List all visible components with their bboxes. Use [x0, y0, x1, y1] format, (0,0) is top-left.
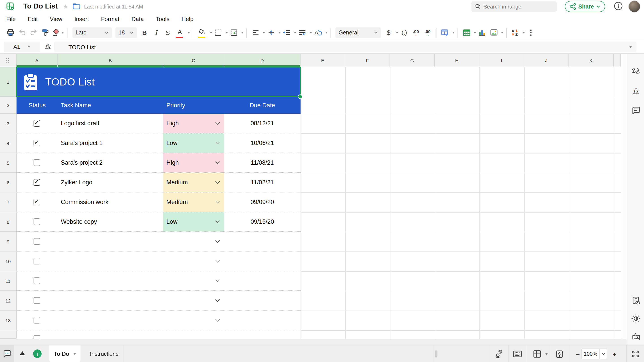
row-header-5[interactable]: 5: [0, 153, 16, 173]
column-header-i[interactable]: I: [480, 54, 524, 67]
priority-dropdown-icon[interactable]: [215, 277, 220, 282]
vertical-align-dropdown-icon[interactable]: [278, 32, 281, 33]
conditional-format-button[interactable]: [440, 27, 450, 38]
text-rotate-dropdown-icon[interactable]: [325, 32, 328, 33]
menu-data[interactable]: Data: [132, 16, 144, 22]
priority-dropdown-icon[interactable]: [215, 218, 220, 223]
freeze-dropdown-icon[interactable]: [545, 353, 548, 355]
favorite-star-icon[interactable]: ★: [63, 3, 68, 10]
task-cell[interactable]: Sara's project 2: [61, 153, 103, 172]
merge-cells-button[interactable]: a: [229, 27, 239, 38]
row-header-7[interactable]: 7: [0, 192, 16, 212]
share-button[interactable]: Share: [565, 1, 605, 12]
comments-panel-button[interactable]: [632, 106, 640, 115]
column-header-b[interactable]: B: [58, 54, 163, 67]
insert-image-button[interactable]: [489, 27, 499, 38]
priority-cell[interactable]: Medium: [163, 173, 224, 192]
document-preview-button[interactable]: [632, 296, 640, 305]
priority-cell[interactable]: Medium: [163, 192, 224, 212]
column-header-e[interactable]: E: [300, 54, 345, 67]
column-header-k[interactable]: K: [569, 54, 614, 67]
due-date-cell[interactable]: 10/06/21: [224, 133, 300, 153]
user-avatar[interactable]: [628, 1, 640, 13]
status-checkbox[interactable]: [34, 238, 40, 245]
insert-table-button[interactable]: [462, 27, 471, 38]
table-row[interactable]: [16, 232, 300, 251]
sort-button[interactable]: A Z: [510, 27, 520, 38]
row-header-8[interactable]: 8: [0, 212, 16, 232]
merge-dropdown-icon[interactable]: [241, 32, 244, 33]
appearance-button[interactable]: [632, 314, 640, 323]
virtual-keyboard-button[interactable]: [513, 349, 522, 358]
zoom-in-button[interactable]: +: [610, 349, 619, 358]
row-header-1[interactable]: 1: [0, 67, 16, 97]
indent-dropdown-icon[interactable]: [294, 32, 296, 33]
zia-assistant-button[interactable]: [632, 67, 640, 76]
row-header-6[interactable]: 6: [0, 173, 16, 192]
table-row[interactable]: [16, 271, 300, 291]
due-date-cell[interactable]: 08/12/21: [224, 114, 300, 133]
priority-cell[interactable]: High: [163, 114, 224, 133]
column-header-f[interactable]: F: [345, 54, 390, 67]
due-date-cell[interactable]: [224, 251, 300, 271]
paint-format-button[interactable]: [40, 27, 50, 38]
column-header-c[interactable]: C: [163, 54, 224, 67]
status-checkbox[interactable]: [34, 258, 40, 264]
horizontal-scrollbar[interactable]: [0, 339, 627, 345]
status-checkbox[interactable]: [34, 297, 40, 304]
menu-edit[interactable]: Edit: [28, 16, 38, 22]
redo-button[interactable]: [28, 27, 38, 38]
menu-tools[interactable]: Tools: [156, 16, 170, 22]
row-header-11[interactable]: 11: [0, 271, 16, 291]
due-date-cell[interactable]: [224, 271, 300, 290]
table-header-row[interactable]: Status Task Name Priority Due Date: [16, 97, 300, 114]
info-icon[interactable]: [614, 1, 623, 11]
cell-a1-banner[interactable]: TODO List: [16, 67, 300, 97]
name-box-dropdown-icon[interactable]: [28, 46, 30, 48]
due-date-cell[interactable]: 11/08/21: [224, 153, 300, 172]
sheet-tab-dropdown-icon[interactable]: [73, 353, 76, 355]
priority-cell[interactable]: [163, 251, 224, 271]
insert-chart-button[interactable]: [477, 27, 487, 38]
due-date-cell[interactable]: [224, 291, 300, 310]
menu-view[interactable]: View: [50, 16, 62, 22]
strikethrough-button[interactable]: S: [163, 27, 173, 38]
formula-bar-expand-icon[interactable]: [629, 46, 632, 48]
due-date-cell[interactable]: 11/02/21: [224, 173, 300, 192]
status-checkbox[interactable]: [34, 179, 40, 186]
menu-insert[interactable]: Insert: [74, 16, 89, 22]
fill-color-button[interactable]: [197, 27, 208, 38]
increase-decimal-button[interactable]: .00 →: [422, 27, 432, 38]
collaborators-button[interactable]: [495, 349, 504, 358]
priority-dropdown-icon[interactable]: [215, 317, 220, 321]
due-date-cell[interactable]: [224, 232, 300, 251]
row-header-10[interactable]: 10: [0, 251, 16, 271]
more-tools-button[interactable]: [526, 27, 536, 38]
priority-dropdown-icon[interactable]: [215, 179, 220, 183]
borders-button[interactable]: [213, 27, 223, 38]
column-header-a[interactable]: A: [16, 54, 58, 67]
print-button[interactable]: [5, 27, 15, 38]
image-dropdown-icon[interactable]: [501, 32, 504, 33]
folder-icon[interactable]: [72, 3, 80, 10]
priority-cell[interactable]: [163, 232, 224, 251]
row-header-14-partial[interactable]: [0, 330, 16, 339]
row-header-3[interactable]: 3: [0, 114, 16, 133]
text-rotate-button[interactable]: A: [313, 27, 323, 38]
font-size-select[interactable]: 18: [116, 27, 137, 38]
borders-dropdown-icon[interactable]: [226, 32, 228, 33]
document-title[interactable]: To Do List: [23, 2, 58, 10]
splitter-handle[interactable]: [435, 350, 437, 357]
priority-cell[interactable]: High: [163, 153, 224, 172]
zoho-sheet-logo-icon[interactable]: [6, 2, 15, 11]
due-date-cell[interactable]: 09/09/20: [224, 192, 300, 212]
status-checkbox[interactable]: [34, 199, 40, 205]
priority-dropdown-icon[interactable]: [215, 238, 220, 242]
task-cell[interactable]: Zylker Logo: [61, 173, 92, 192]
column-header-j[interactable]: J: [524, 54, 569, 67]
task-cell[interactable]: Commission work: [61, 192, 108, 212]
fill-color-dropdown-icon[interactable]: [210, 32, 212, 33]
due-date-cell[interactable]: [224, 310, 300, 330]
column-header-g[interactable]: G: [390, 54, 435, 67]
vertical-scrollbar[interactable]: [621, 54, 627, 339]
